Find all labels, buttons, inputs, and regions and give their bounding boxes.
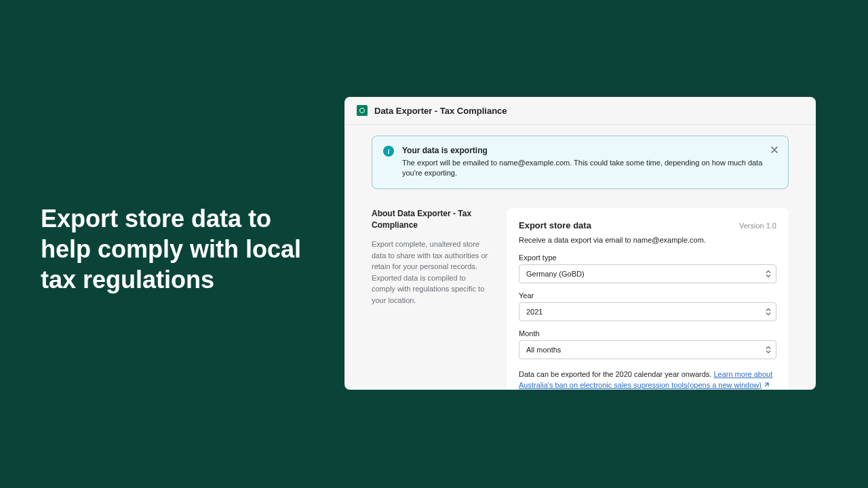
month-select[interactable]: All months bbox=[519, 340, 776, 359]
info-icon: i bbox=[383, 146, 394, 157]
close-icon[interactable] bbox=[769, 144, 780, 155]
marketing-headline: Export store data to help comply with lo… bbox=[41, 203, 312, 295]
helper-text-prefix: Data can be exported for the 2020 calend… bbox=[519, 370, 713, 378]
helper-text: Data can be exported for the 2020 calend… bbox=[519, 369, 776, 390]
app-window: Data Exporter - Tax Compliance i Your da… bbox=[344, 97, 816, 390]
card-version: Version 1.0 bbox=[739, 222, 776, 230]
export-type-label: Export type bbox=[519, 253, 776, 262]
app-header: Data Exporter - Tax Compliance bbox=[344, 97, 816, 125]
content-row: About Data Exporter - Tax Compliance Exp… bbox=[372, 208, 789, 390]
info-title: About Data Exporter - Tax Compliance bbox=[372, 208, 490, 231]
info-banner: i Your data is exporting The export will… bbox=[372, 136, 789, 189]
info-text: Export complete, unaltered store data to… bbox=[372, 239, 490, 306]
year-label: Year bbox=[519, 291, 776, 300]
banner-title: Your data is exporting bbox=[402, 146, 777, 155]
banner-text: The export will be emailed to name@examp… bbox=[402, 158, 777, 179]
export-type-select[interactable]: Germany (GoBD) bbox=[519, 264, 776, 283]
card-description: Receive a data export via email to name@… bbox=[519, 236, 776, 244]
card-title: Export store data bbox=[519, 220, 591, 230]
month-label: Month bbox=[519, 329, 776, 338]
info-column: About Data Exporter - Tax Compliance Exp… bbox=[372, 208, 490, 390]
year-select[interactable]: 2021 bbox=[519, 302, 776, 321]
external-link-icon bbox=[763, 380, 770, 390]
app-logo-icon bbox=[357, 105, 368, 116]
export-card: Export store data Version 1.0 Receive a … bbox=[507, 208, 789, 390]
app-body: i Your data is exporting The export will… bbox=[344, 125, 816, 390]
app-title: Data Exporter - Tax Compliance bbox=[374, 106, 507, 116]
